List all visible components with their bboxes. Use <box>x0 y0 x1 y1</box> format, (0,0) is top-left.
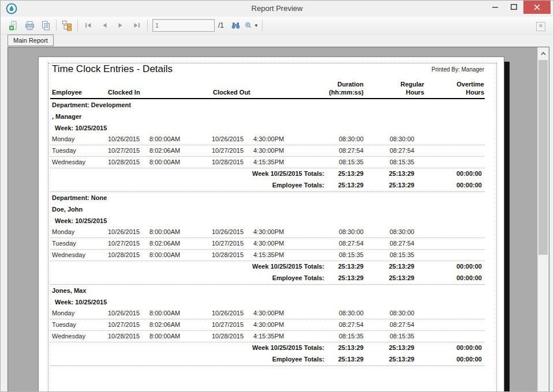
page-count-label: /1 <box>218 21 224 29</box>
column-header-overtime-hours: Overtime Hours <box>456 80 484 96</box>
vertical-scrollbar[interactable] <box>537 47 549 392</box>
employee-name: Jones, Max <box>50 285 485 296</box>
nav-first-icon[interactable] <box>81 18 95 32</box>
totals-duration: 25:13:29 <box>338 342 364 353</box>
regular-hours-cell: 08:15:35 <box>390 157 414 168</box>
employee-totals-row: Employee Totals:25:13:2925:13:2900:00:00 <box>50 180 485 191</box>
totals-regular-hours: 25:13:29 <box>389 180 414 191</box>
clocked-in-time-cell: 8:00:00AM <box>149 308 180 319</box>
time-entry-row: Wednesday10/28/20158:00:00AM10/28/20154:… <box>50 331 485 342</box>
totals-overtime-hours: 00:00:00 <box>456 354 482 365</box>
totals-overtime-hours: 00:00:00 <box>456 342 482 353</box>
time-entry-row: Monday10/26/20158:00:00AM10/26/20154:30:… <box>50 308 485 319</box>
clocked-out-date-cell: 10/26/2015 <box>212 227 244 238</box>
day-cell: Tuesday <box>52 319 76 330</box>
clocked-in-date-cell: 10/26/2015 <box>108 134 140 145</box>
regular-hours-cell: 08:15:35 <box>390 331 414 342</box>
toolbar-separator <box>262 20 263 31</box>
clocked-out-date-cell: 10/27/2015 <box>212 319 244 330</box>
group-tree-icon[interactable] <box>60 18 74 32</box>
day-cell: Monday <box>52 134 74 145</box>
week-label: Week: 10/25/2015 <box>50 296 485 308</box>
totals-overtime-hours: 00:00:00 <box>456 261 482 272</box>
employee-totals-row: Employee Totals:25:13:2925:13:2900:00:00 <box>50 273 485 284</box>
clocked-out-time-cell: 4:30:00PM <box>253 134 284 145</box>
totals-label: Employee Totals: <box>272 354 324 365</box>
close-button[interactable] <box>523 1 551 14</box>
clocked-in-time-cell: 8:02:06AM <box>149 238 180 249</box>
toolbar-close-icon[interactable]: ✕ <box>536 22 545 31</box>
toolbar-separator <box>147 20 148 31</box>
clocked-out-time-cell: 4:30:00PM <box>253 227 284 238</box>
totals-label: Week 10/25/2015 Totals: <box>252 261 324 272</box>
tab-bar: Main Report <box>1 35 553 47</box>
totals-label: Week 10/25/2015 Totals: <box>252 168 324 179</box>
department-label: Department: Development <box>50 99 485 111</box>
export-icon[interactable] <box>6 18 20 32</box>
totals-duration: 25:13:29 <box>338 273 364 284</box>
scrollbar-up-icon[interactable] <box>538 47 549 59</box>
clocked-out-time-cell: 4:15:35PM <box>253 250 284 261</box>
duration-cell: 08:30:00 <box>339 308 364 319</box>
tab-main-report[interactable]: Main Report <box>8 35 54 46</box>
zoom-icon[interactable]: ▼ <box>245 18 259 32</box>
window-title: Report Preview <box>1 4 553 13</box>
employee-name: , Manager <box>50 111 485 122</box>
clocked-in-time-cell: 8:00:00AM <box>149 250 180 261</box>
report-section: Department: NoneDoe, JohnWeek: 10/25/201… <box>50 192 485 285</box>
column-header-clocked-out: Clocked Out <box>213 88 250 96</box>
report-column-headers: Employee Clocked In Clocked Out Duration… <box>50 78 485 99</box>
column-header-employee: Employee <box>52 88 82 96</box>
printed-by-label: Printed By: Manager <box>432 66 484 73</box>
column-header-clocked-in: Clocked In <box>108 88 140 96</box>
clocked-out-date-cell: 10/28/2015 <box>212 157 244 168</box>
chevron-down-icon: ▼ <box>254 23 259 28</box>
time-entry-row: Wednesday10/28/20158:00:00AM10/28/20154:… <box>50 157 485 168</box>
time-entry-row: Wednesday10/28/20158:00:00AM10/28/20154:… <box>50 250 485 261</box>
clocked-out-time-cell: 4:30:00PM <box>253 308 284 319</box>
time-entry-row: Monday10/26/20158:00:00AM10/26/20154:30:… <box>50 134 485 145</box>
clocked-out-time-cell: 4:30:00PM <box>253 145 284 156</box>
day-cell: Wednesday <box>52 157 85 168</box>
toolbar-separator <box>77 20 78 31</box>
regular-hours-cell: 08:30:00 <box>390 308 414 319</box>
totals-overtime-hours: 00:00:00 <box>456 273 482 284</box>
day-cell: Wednesday <box>52 331 85 342</box>
day-cell: Tuesday <box>52 238 76 249</box>
column-header-regular-hours: Regular Hours <box>400 80 424 96</box>
copy-icon[interactable] <box>39 18 53 32</box>
clocked-out-time-cell: 4:30:00PM <box>253 319 284 330</box>
find-icon[interactable] <box>229 18 242 32</box>
employee-name: Doe, John <box>50 203 485 215</box>
maximize-button[interactable] <box>505 1 522 13</box>
day-cell: Tuesday <box>52 145 76 156</box>
clocked-out-date-cell: 10/27/2015 <box>212 145 244 156</box>
day-cell: Monday <box>52 308 74 319</box>
column-header-duration: Duration (hh:mm:ss) <box>329 80 364 96</box>
duration-cell: 08:27:54 <box>339 319 364 330</box>
totals-regular-hours: 25:13:29 <box>389 354 414 365</box>
time-entry-row: Tuesday10/27/20158:02:06AM10/27/20154:30… <box>50 145 485 157</box>
duration-cell: 08:30:00 <box>339 134 364 145</box>
totals-label: Week 10/25/2015 Totals: <box>252 342 324 353</box>
week-totals-row: Week 10/25/2015 Totals:25:13:2925:13:290… <box>50 168 485 180</box>
week-totals-row: Week 10/25/2015 Totals:25:13:2925:13:290… <box>50 261 485 273</box>
nav-last-icon[interactable] <box>130 18 144 32</box>
clocked-out-date-cell: 10/26/2015 <box>212 134 244 145</box>
minimize-button[interactable] <box>486 1 504 13</box>
scrollbar-thumb[interactable] <box>538 60 548 255</box>
page-number-input[interactable] <box>152 19 215 32</box>
clocked-in-time-cell: 8:00:00AM <box>149 331 180 342</box>
nav-next-icon[interactable] <box>114 18 128 32</box>
time-entry-row: Tuesday10/27/20158:02:06AM10/27/20154:30… <box>50 238 485 250</box>
totals-duration: 25:13:29 <box>338 354 364 365</box>
print-icon[interactable] <box>23 18 36 32</box>
totals-label: Employee Totals: <box>272 180 324 191</box>
totals-overtime-hours: 00:00:00 <box>456 168 482 179</box>
clocked-out-time-cell: 4:30:00PM <box>253 238 284 249</box>
nav-prev-icon[interactable] <box>98 18 111 32</box>
week-label: Week: 10/25/2015 <box>50 215 485 227</box>
totals-regular-hours: 25:13:29 <box>389 273 414 284</box>
duration-cell: 08:27:54 <box>339 145 364 156</box>
preview-viewport: Time Clock Entries - Details Printed By:… <box>8 47 549 392</box>
